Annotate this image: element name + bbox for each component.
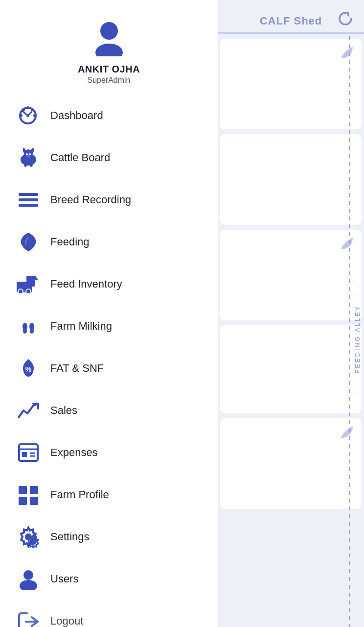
svg-rect-27 [17, 282, 27, 285]
svg-point-31 [23, 329, 27, 334]
svg-rect-26 [26, 280, 35, 287]
sidebar-item-label: Settings [50, 531, 90, 543]
sidebar-item-label: Sales [50, 404, 77, 417]
svg-rect-41 [19, 497, 27, 505]
right-panel: CALF Shed - - - FEEDING ALLEY - - - [218, 0, 364, 627]
sidebar-item-feed-inventory[interactable]: Feed Inventory [0, 263, 218, 305]
svg-point-17 [26, 153, 28, 155]
svg-point-1 [95, 44, 123, 56]
svg-point-19 [26, 155, 30, 158]
feeding-icon [15, 230, 42, 254]
svg-point-24 [18, 289, 23, 293]
sidebar-item-cattle-board[interactable]: Cattle Board [0, 137, 218, 179]
sidebar-item-farm-milking[interactable]: Farm Milking [0, 305, 218, 347]
card-item-2[interactable] [220, 134, 362, 225]
sidebar-item-sales[interactable]: Sales [0, 389, 218, 432]
svg-rect-36 [22, 452, 27, 457]
farm-milking-icon [15, 314, 42, 338]
sidebar-item-label: Expenses [50, 446, 98, 459]
panel-divider [218, 32, 364, 34]
logout-icon [15, 609, 42, 627]
feeding-alley-text: - - - FEEDING ALLEY - - - [354, 285, 361, 394]
svg-rect-22 [19, 204, 38, 207]
expenses-icon [15, 440, 42, 465]
avatar [87, 15, 131, 59]
sidebar-item-label: Breed Recording [50, 193, 131, 206]
dashboard-icon [15, 103, 42, 128]
sidebar-item-label: Feeding [50, 236, 90, 248]
svg-point-0 [100, 22, 118, 40]
user-role: SuperAdmin [87, 76, 130, 85]
sidebar-item-dashboard[interactable]: Dashboard [0, 95, 218, 137]
sidebar-item-users[interactable]: Users [0, 558, 218, 600]
svg-point-32 [30, 329, 34, 334]
svg-point-6 [20, 114, 23, 117]
sidebar: ANKIT OJHA SuperAdmin Dashboard [0, 0, 218, 627]
feed-inventory-icon [15, 272, 42, 296]
card-item-3[interactable] [220, 230, 362, 320]
sidebar-item-logout[interactable]: Logout [0, 600, 218, 627]
svg-point-5 [26, 114, 29, 117]
sales-icon [15, 398, 42, 423]
svg-point-15 [24, 162, 27, 167]
svg-point-9 [31, 108, 34, 111]
cards-column: - - - FEEDING ALLEY - - - [218, 36, 364, 627]
fat-snf-icon: % [15, 356, 42, 381]
svg-point-46 [20, 580, 37, 590]
sidebar-item-label: FAT & SNF [50, 362, 104, 375]
sidebar-item-feeding[interactable]: Feeding [0, 221, 218, 263]
sidebar-item-label: Cattle Board [50, 151, 110, 164]
svg-rect-34 [19, 444, 38, 461]
svg-point-8 [22, 108, 25, 111]
svg-point-45 [23, 570, 33, 580]
cattle-icon [15, 145, 42, 170]
sidebar-item-fat-snf[interactable]: % FAT & SNF [0, 347, 218, 389]
card-item-1[interactable] [220, 39, 362, 129]
svg-rect-21 [19, 198, 38, 201]
svg-rect-20 [19, 193, 38, 196]
refresh-button[interactable] [338, 11, 353, 28]
sidebar-item-label: Farm Profile [50, 488, 109, 501]
svg-point-10 [26, 106, 29, 109]
sidebar-item-breed-recording[interactable]: Breed Recording [0, 179, 218, 221]
sidebar-item-settings[interactable]: Settings [0, 516, 218, 558]
svg-text:%: % [25, 365, 31, 373]
svg-rect-39 [19, 486, 27, 494]
svg-point-16 [30, 162, 33, 167]
feeding-alley-bar: - - - FEEDING ALLEY - - - [350, 36, 364, 627]
user-name: ANKIT OJHA [78, 64, 140, 75]
breed-recording-icon [15, 188, 42, 212]
settings-icon [15, 525, 42, 549]
svg-point-18 [29, 153, 31, 155]
users-icon [15, 567, 42, 591]
profile-section: ANKIT OJHA SuperAdmin [0, 15, 218, 85]
svg-point-7 [33, 114, 36, 117]
sidebar-item-label: Feed Inventory [50, 278, 122, 290]
sidebar-item-label: Dashboard [50, 109, 103, 122]
card-item-4[interactable] [220, 325, 362, 413]
sidebar-item-expenses[interactable]: Expenses [0, 432, 218, 474]
svg-point-25 [26, 289, 31, 293]
card-item-5[interactable] [220, 418, 362, 509]
svg-rect-42 [30, 497, 38, 505]
nav-list: Dashboard Cattle Board [0, 95, 218, 627]
sidebar-item-label: Logout [50, 615, 83, 627]
svg-marker-28 [26, 276, 38, 280]
sidebar-item-farm-profile[interactable]: Farm Profile [0, 474, 218, 516]
svg-rect-40 [30, 486, 38, 494]
sidebar-item-label: Farm Milking [50, 320, 112, 333]
sidebar-item-label: Users [50, 573, 78, 585]
farm-profile-icon [15, 482, 42, 507]
